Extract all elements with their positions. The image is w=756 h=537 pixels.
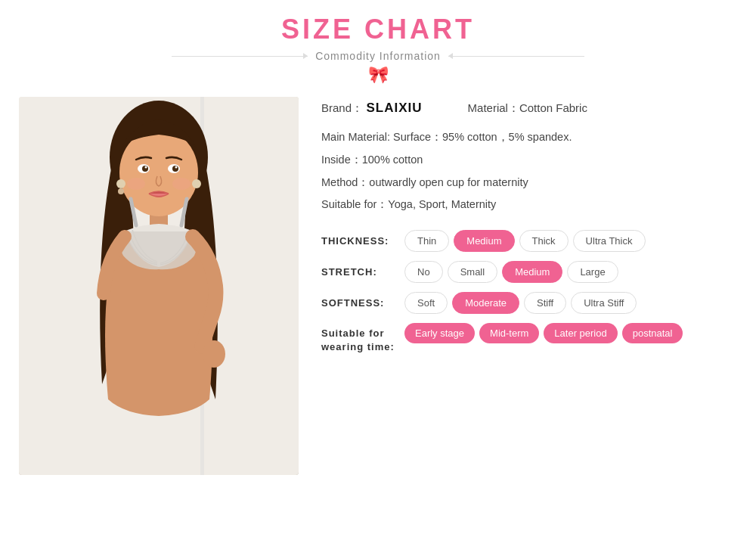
wearing-early-stage[interactable]: Early stage — [404, 323, 475, 343]
softness-stiff[interactable]: Stiff — [524, 292, 566, 314]
details-section: Main Material: Surface：95% cotton，5% spa… — [321, 129, 737, 213]
thickness-buttons: Thin Medium Thick Ultra Thick — [404, 230, 646, 252]
softness-soft[interactable]: Soft — [404, 292, 448, 314]
detail-line-4: Suitable for：Yoga, Sport, Maternity — [321, 197, 737, 213]
stretch-small[interactable]: Small — [448, 261, 498, 283]
brand-material-row: Brand： SLAIXIU Material：Cotton Fabric — [321, 101, 737, 116]
thickness-thin[interactable]: Thin — [404, 230, 449, 252]
stretch-row: STRETCH: No Small Medium Large — [321, 261, 737, 283]
brand-label: Brand： — [321, 101, 363, 114]
brand-name: SLAIXIU — [366, 101, 422, 115]
wearing-later-period[interactable]: Later period — [544, 323, 617, 343]
svg-point-16 — [203, 340, 225, 368]
softness-row: SOFTNESS: Soft Moderate Stiff Ultra Stif… — [321, 292, 737, 314]
brand-info: Brand： SLAIXIU — [321, 101, 423, 116]
detail-line-3: Method：outwardly open cup for maternity — [321, 175, 737, 191]
thickness-medium[interactable]: Medium — [454, 230, 514, 252]
stretch-no[interactable]: No — [404, 261, 443, 283]
product-image — [19, 97, 299, 475]
softness-moderate[interactable]: Moderate — [452, 292, 519, 314]
main-content: Brand： SLAIXIU Material：Cotton Fabric Ma… — [0, 97, 756, 475]
thickness-ultra-thick[interactable]: Ultra Thick — [573, 230, 646, 252]
wearing-mid-term[interactable]: Mid-term — [479, 323, 539, 343]
subtitle-row: Commodity Information — [0, 50, 756, 62]
svg-point-7 — [192, 179, 201, 188]
bow-decoration: 🎀 — [0, 65, 756, 85]
svg-point-6 — [118, 188, 124, 194]
material-info: Material：Cotton Fabric — [468, 101, 587, 116]
svg-point-14 — [127, 178, 145, 190]
stretch-label: STRETCH: — [321, 266, 397, 278]
stretch-medium[interactable]: Medium — [502, 261, 562, 283]
wearing-time-buttons: Early stage Mid-term Later period postna… — [404, 323, 683, 343]
detail-line-1: Main Material: Surface：95% cotton，5% spa… — [321, 129, 737, 146]
svg-point-5 — [116, 179, 125, 188]
page-header: SIZE CHART Commodity Information 🎀 — [0, 0, 756, 97]
left-divider — [172, 56, 308, 57]
subtitle: Commodity Information — [315, 50, 441, 62]
material-label: Material：Cotton Fabric — [468, 101, 587, 114]
wearing-time-label: Suitable forwearing time: — [321, 323, 397, 354]
svg-point-13 — [175, 166, 178, 169]
attributes-section: THICKNESS: Thin Medium Thick Ultra Thick… — [321, 230, 737, 354]
wearing-postnatal[interactable]: postnatal — [622, 323, 683, 343]
softness-buttons: Soft Moderate Stiff Ultra Stiff — [404, 292, 637, 314]
wearing-time-row: Suitable forwearing time: Early stage Mi… — [321, 323, 737, 354]
softness-ultra-stiff[interactable]: Ultra Stiff — [571, 292, 637, 314]
svg-point-15 — [172, 178, 191, 190]
thickness-thick[interactable]: Thick — [519, 230, 569, 252]
stretch-large[interactable]: Large — [567, 261, 618, 283]
svg-point-12 — [145, 166, 147, 169]
thickness-label: THICKNESS: — [321, 235, 397, 247]
stretch-buttons: No Small Medium Large — [404, 261, 618, 283]
info-panel: Brand： SLAIXIU Material：Cotton Fabric Ma… — [321, 97, 737, 475]
product-illustration — [19, 97, 299, 475]
right-divider — [448, 56, 584, 57]
page-title: SIZE CHART — [0, 14, 756, 45]
thickness-row: THICKNESS: Thin Medium Thick Ultra Thick — [321, 230, 737, 252]
softness-label: SOFTNESS: — [321, 297, 397, 309]
detail-line-2: Inside：100% cotton — [321, 152, 737, 169]
